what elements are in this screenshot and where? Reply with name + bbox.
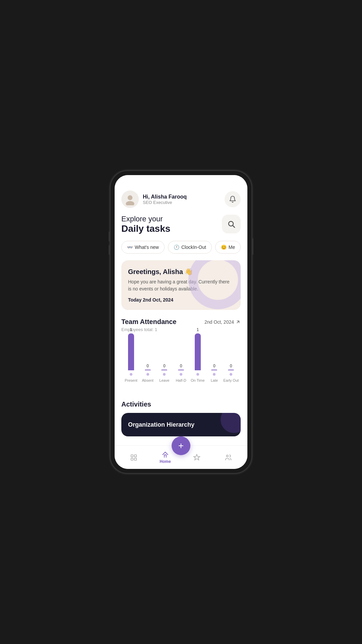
badge-icon [193, 454, 200, 461]
chart-column: 1On Time [189, 327, 206, 382]
bar [178, 370, 184, 370]
bar [161, 370, 167, 370]
clockin-label: ClockIn-Out [181, 245, 206, 250]
bell-icon [229, 196, 236, 203]
fab-icon: + [178, 441, 184, 450]
bar-dot [163, 373, 166, 376]
chart-bars: 1Present0Absent0Leave0Half-D1On Time0Lat… [123, 339, 239, 392]
bar-dot [180, 373, 182, 376]
filter-tabs: 👓 What's new 🕐 ClockIn-Out 😊 Me [121, 241, 241, 254]
svg-rect-4 [131, 454, 133, 457]
chart-column: 0Absent [139, 364, 156, 382]
bar-value: 1 [196, 327, 199, 332]
search-button[interactable] [222, 215, 241, 233]
card-body: Hope you are having a great day. Current… [128, 278, 234, 292]
user-role: SEO Executive [143, 200, 187, 205]
explore-label: Explore your [121, 215, 170, 223]
card-date: Today 2nd Oct, 2024 [128, 297, 234, 303]
bar-label: Early Out [223, 378, 239, 382]
chart-column: 0Half-D [173, 364, 189, 382]
attendance-title: Team Attendance [121, 318, 176, 326]
user-greeting: Hi, Alisha Farooq [143, 194, 187, 200]
bar-value: 1 [130, 327, 132, 332]
tab-clockin-out[interactable]: 🕐 ClockIn-Out [168, 241, 212, 254]
dashboard-icon [130, 454, 137, 461]
clockin-icon: 🕐 [174, 245, 179, 250]
me-label: Me [229, 245, 235, 250]
svg-point-8 [227, 455, 229, 457]
bar-label: Present [125, 378, 137, 382]
fab-button[interactable]: + [172, 436, 190, 455]
svg-rect-5 [134, 454, 136, 457]
activity-card-label: Organization Hierarchy [128, 421, 194, 428]
svg-line-3 [233, 226, 235, 227]
bar-dot [230, 373, 232, 376]
attendance-chart: 1Present0Absent0Leave0Half-D1On Time0Lat… [121, 339, 241, 392]
bar-label: Late [211, 378, 218, 382]
svg-point-2 [229, 221, 233, 226]
bar-label: Half-D [176, 378, 186, 382]
card-title: Greetings, Alisha 👋 [128, 268, 234, 276]
whats-new-icon: 👓 [127, 245, 133, 250]
bar-value: 0 [146, 364, 149, 368]
chart-column: 1Present [123, 327, 139, 382]
chart-column: 0Early Out [223, 364, 239, 382]
user-text: Hi, Alisha Farooq SEO Executive [143, 194, 187, 205]
bar-label: Absent [142, 378, 153, 382]
notification-button[interactable] [225, 191, 241, 207]
header: Hi, Alisha Farooq SEO Executive [121, 191, 241, 208]
svg-rect-6 [131, 458, 133, 460]
bar-value: 0 [163, 364, 166, 368]
attendance-date: 2nd Oct, 2024 [204, 319, 241, 325]
attendance-header: Team Attendance 2nd Oct, 2024 [121, 318, 241, 326]
nav-dashboard[interactable] [118, 451, 149, 464]
svg-point-0 [128, 195, 132, 200]
hero-section: Explore your Daily tasks [121, 215, 241, 234]
bar-label: On Time [191, 378, 205, 382]
bar-label: Leave [159, 378, 169, 382]
whats-new-label: What's new [135, 245, 159, 250]
svg-point-1 [126, 201, 134, 205]
home-label: Home [160, 459, 171, 464]
bar [211, 370, 217, 370]
bar [145, 370, 151, 370]
bar [195, 333, 201, 370]
bar-value: 0 [180, 364, 182, 368]
page-title: Daily tasks [121, 223, 170, 234]
bar-value: 0 [230, 364, 232, 368]
home-icon [162, 451, 169, 459]
svg-rect-7 [134, 458, 136, 460]
activities-title: Activities [121, 400, 241, 408]
bar [228, 370, 234, 370]
bar [128, 333, 134, 370]
chart-column: 0Late [206, 364, 223, 382]
bar-dot [213, 373, 216, 376]
search-icon [227, 220, 235, 228]
user-info: Hi, Alisha Farooq SEO Executive [121, 191, 187, 208]
bar-value: 0 [213, 364, 216, 368]
tab-whats-new[interactable]: 👓 What's new [121, 241, 165, 254]
chart-column: 0Leave [156, 364, 173, 382]
expand-icon [235, 319, 241, 325]
activity-card[interactable]: Organization Hierarchy [121, 413, 241, 436]
bottom-nav: Home + [115, 445, 247, 469]
bar-dot [130, 373, 132, 376]
bar-dot [196, 373, 199, 376]
avatar [121, 191, 139, 208]
team-icon [225, 454, 232, 461]
greeting-card: Greetings, Alisha 👋 Hope you are having … [121, 260, 241, 310]
me-icon: 😊 [221, 245, 227, 250]
bar-dot [146, 373, 149, 376]
tab-me[interactable]: 😊 Me [215, 241, 241, 254]
nav-team[interactable] [213, 451, 244, 464]
hero-text: Explore your Daily tasks [121, 215, 170, 234]
